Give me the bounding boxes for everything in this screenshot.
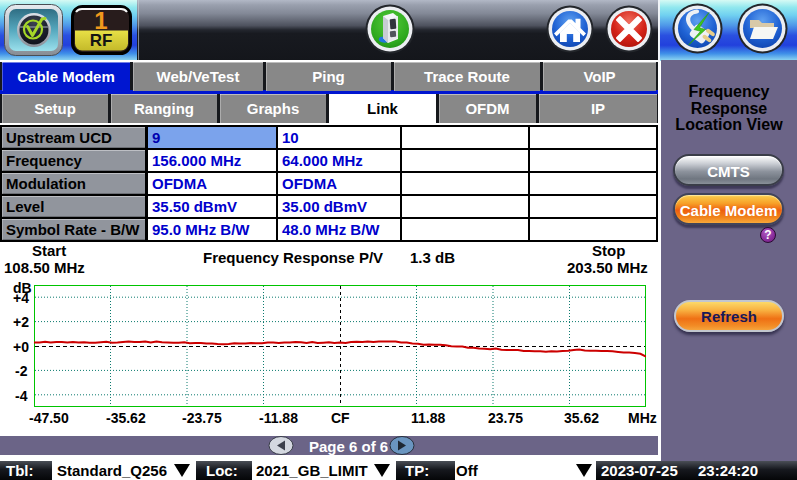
svg-text:RF: RF	[90, 31, 113, 50]
svg-text:1: 1	[94, 7, 107, 34]
